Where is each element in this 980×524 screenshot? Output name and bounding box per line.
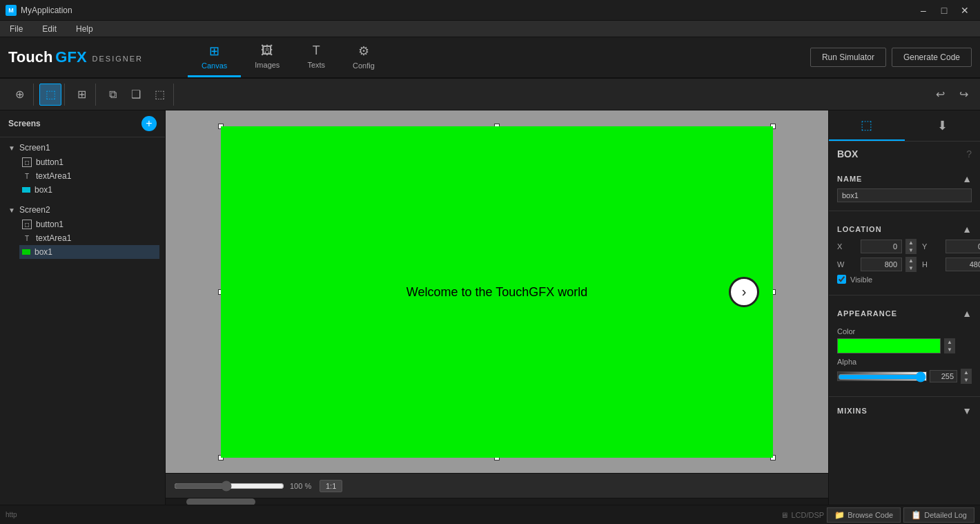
w-increment[interactable]: ▲ bbox=[905, 257, 917, 264]
title-bar-left: M MyApplication bbox=[6, 5, 72, 16]
logo-touch: Touch bbox=[8, 48, 52, 66]
canvas-scroll-horizontal[interactable] bbox=[166, 498, 828, 505]
undo-icon: ↩ bbox=[936, 88, 945, 101]
canvas-scroll[interactable]: Welcome to the TouchGFX world › bbox=[166, 110, 828, 473]
color-swatch[interactable] bbox=[837, 338, 941, 353]
xy-row: X ▲ ▼ Y ▲ ▼ bbox=[837, 239, 972, 254]
right-tab-interactions[interactable]: ⬇ bbox=[905, 110, 981, 141]
browse-code-button[interactable]: 📁 Browse Code bbox=[827, 507, 901, 523]
divider2 bbox=[829, 295, 980, 295]
group-tool-button[interactable]: ⊞ bbox=[70, 84, 92, 106]
color-increment[interactable]: ▲ bbox=[944, 338, 955, 346]
close-button[interactable]: ✕ bbox=[955, 3, 974, 18]
canvas-circle-button[interactable]: › bbox=[729, 277, 759, 307]
app-icon: M bbox=[6, 5, 17, 16]
appearance-section-header: APPEARANCE ▲ bbox=[837, 304, 972, 323]
name-input[interactable] bbox=[837, 188, 972, 202]
alpha-increment[interactable]: ▲ bbox=[961, 369, 972, 376]
appearance-section: APPEARANCE ▲ Color ▲ ▼ Alph bbox=[829, 298, 980, 394]
appearance-section-title: APPEARANCE bbox=[837, 309, 897, 318]
y-group: Y ▲ ▼ bbox=[922, 239, 980, 254]
menu-file[interactable]: File bbox=[6, 23, 27, 35]
screen1-label[interactable]: ▼ Screen1 bbox=[6, 140, 159, 155]
menu-edit[interactable]: Edit bbox=[38, 23, 61, 35]
undo-button[interactable]: ↩ bbox=[929, 84, 951, 106]
menu-help[interactable]: Help bbox=[72, 23, 97, 35]
screen2-textarea1[interactable]: T textArea1 bbox=[19, 231, 159, 245]
screen1-arrow: ▼ bbox=[8, 144, 15, 152]
lcd-dsp-label: LCD/DSP bbox=[791, 511, 824, 519]
alpha-slider[interactable] bbox=[838, 372, 926, 382]
screen1-children: □ button1 T textArea1 box1 bbox=[6, 155, 159, 197]
add-screen-button[interactable]: + bbox=[141, 116, 157, 131]
alpha-decrement[interactable]: ▼ bbox=[961, 376, 972, 384]
visible-checkbox[interactable] bbox=[837, 275, 846, 284]
generate-code-button[interactable]: Generate Code bbox=[892, 48, 972, 67]
help-icon[interactable]: ? bbox=[966, 148, 972, 159]
button2-icon: □ bbox=[22, 220, 32, 229]
images-icon: 🖼 bbox=[261, 43, 273, 58]
wh-row: W ▲ ▼ H ▲ ▼ bbox=[837, 257, 972, 272]
x-increment[interactable]: ▲ bbox=[905, 239, 917, 246]
y-input[interactable] bbox=[945, 240, 980, 253]
w-decrement[interactable]: ▼ bbox=[905, 264, 917, 272]
maximize-button[interactable]: □ bbox=[934, 3, 954, 18]
zoom-slider: 100 % 1:1 bbox=[174, 480, 342, 492]
box-title-row: BOX ? bbox=[829, 142, 980, 164]
screen1-box1[interactable]: box1 bbox=[19, 183, 159, 197]
menu-bar: File Edit Help bbox=[0, 21, 980, 37]
tab-config[interactable]: ⚙ Config bbox=[339, 38, 389, 77]
title-bar: M MyApplication – □ ✕ bbox=[0, 0, 980, 21]
app-title: MyApplication bbox=[21, 6, 72, 15]
green-box-canvas[interactable]: Welcome to the TouchGFX world › bbox=[221, 126, 773, 458]
content-area: Screens + ▼ Screen1 □ button1 bbox=[0, 110, 980, 505]
screen2-button1[interactable]: □ button1 bbox=[19, 217, 159, 231]
arrange-back-button[interactable]: ⧉ bbox=[101, 84, 124, 106]
screen1-button1-name: button1 bbox=[36, 157, 63, 167]
color-row: Color ▲ ▼ bbox=[837, 327, 972, 353]
appearance-collapse-icon[interactable]: ▲ bbox=[962, 308, 972, 319]
mixins-header: MIXINS ▼ bbox=[837, 405, 972, 416]
x-input[interactable] bbox=[861, 240, 902, 253]
x-decrement[interactable]: ▼ bbox=[905, 246, 917, 254]
scroll-thumb-h[interactable] bbox=[186, 498, 255, 505]
screen1-button1[interactable]: □ button1 bbox=[19, 155, 159, 169]
tab-images[interactable]: 🖼 Images bbox=[241, 38, 293, 77]
select-tool-button[interactable]: ⬚ bbox=[39, 84, 61, 106]
h-input[interactable] bbox=[945, 258, 980, 271]
detailed-log-icon: 📋 bbox=[911, 510, 921, 520]
alpha-slider-container bbox=[837, 371, 927, 381]
location-section: LOCATION ▲ X ▲ ▼ Y bbox=[829, 214, 980, 292]
screens-title: Screens bbox=[8, 119, 41, 128]
screen2-box1[interactable]: box1 bbox=[19, 245, 159, 259]
arrange-front-button[interactable]: ⬚ bbox=[148, 84, 170, 106]
zoom-range-input[interactable] bbox=[174, 481, 284, 492]
arrange-back-icon: ⧉ bbox=[109, 88, 117, 101]
alpha-value-input[interactable] bbox=[930, 370, 957, 382]
mixins-collapse-icon[interactable]: ▼ bbox=[962, 405, 972, 416]
location-collapse-icon[interactable]: ▲ bbox=[962, 224, 972, 235]
detailed-log-button[interactable]: 📋 Detailed Log bbox=[903, 507, 974, 523]
minimize-button[interactable]: – bbox=[914, 3, 933, 18]
texts-icon: T bbox=[313, 43, 320, 58]
screen1-textarea1[interactable]: T textArea1 bbox=[19, 169, 159, 183]
screen2-label[interactable]: ▼ Screen2 bbox=[6, 202, 159, 217]
tool-section-group: ⊞ bbox=[68, 84, 96, 106]
arrange-forward-icon: ❑ bbox=[131, 88, 141, 101]
canvas-bottom-bar: 100 % 1:1 bbox=[166, 473, 828, 498]
redo-button[interactable]: ↪ bbox=[952, 84, 974, 106]
arrange-forward-button[interactable]: ❑ bbox=[125, 84, 147, 106]
config-label: Config bbox=[353, 61, 375, 70]
tab-canvas[interactable]: ⊞ Canvas bbox=[188, 38, 241, 77]
name-section: NAME ▲ bbox=[829, 164, 980, 208]
mixins-title: MIXINS bbox=[837, 407, 868, 415]
tab-texts[interactable]: T Texts bbox=[293, 38, 339, 77]
right-tab-properties[interactable]: ⬚ bbox=[829, 110, 905, 141]
run-simulator-button[interactable]: Run Simulator bbox=[810, 48, 886, 67]
add-tool-button[interactable]: ⊕ bbox=[8, 84, 30, 106]
name-section-header: NAME ▲ bbox=[837, 169, 972, 188]
color-decrement[interactable]: ▼ bbox=[944, 346, 955, 353]
screen1-box1-name: box1 bbox=[35, 185, 52, 195]
name-collapse-icon[interactable]: ▲ bbox=[962, 173, 972, 184]
w-input[interactable] bbox=[861, 258, 902, 271]
